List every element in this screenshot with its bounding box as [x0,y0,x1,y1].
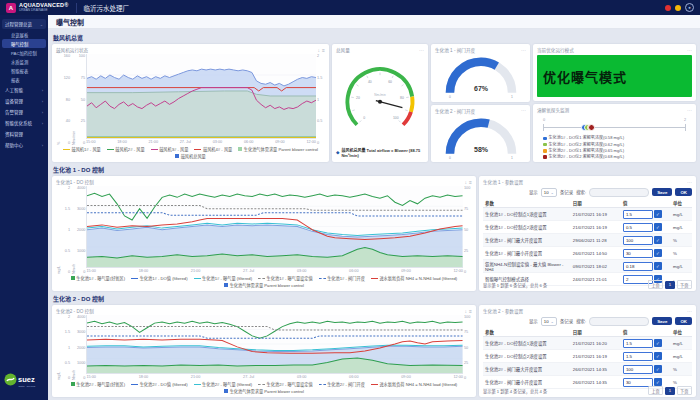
more-icon[interactable]: ⋯ [419,48,424,53]
sidebar-item[interactable]: 过程管理总览⌄ [2,19,46,29]
legend-item[interactable]: 生化池气体需求量 Parent blower control [224,388,304,394]
legend-item[interactable]: 进水氨氮负荷 NH4 = N-NH4 load (filtered) [371,275,457,281]
more-icon[interactable]: ⋯ [521,108,526,113]
legend-swatch [224,283,228,287]
sidebar-subitem[interactable]: 总览展板 [2,30,46,39]
confirm-button[interactable]: ✓ [654,223,662,231]
value-input[interactable]: 0.18 [623,262,653,271]
tick-label: 50 [464,346,471,350]
legend-item[interactable]: 鼓风机3# - 风量 [151,146,189,152]
legend-item[interactable]: 生化池气体需求量 Parent blower control [238,146,318,152]
axis-ticks: 21.510.50 [316,54,325,145]
tick-label: 4000 [77,315,85,319]
legend-item[interactable]: 鼓风机1# - 风量 [63,146,101,152]
sidebar: 过程管理总览⌄总览展板曝气控制PAC加药控制水质监测智能报表报表人工智能›设备管… [0,15,48,400]
confirm-button[interactable]: ✓ [654,249,662,257]
confirm-button[interactable]: ✓ [654,378,662,386]
legend-item[interactable]: 生化池1# - 阀门开度 [319,275,365,281]
tick-label: 1 [62,346,70,350]
tick-label: 25 [77,119,85,123]
value-input[interactable]: 100 [623,365,653,374]
download-icon[interactable]: ↓ [465,180,468,185]
chart-plot [86,315,463,374]
value-input[interactable]: 1.5 [623,210,653,219]
more-icon[interactable]: ⋯ [687,309,692,314]
legend-swatch [71,276,75,280]
sidebar-subitem[interactable]: 智能报表 [2,66,46,75]
tick-label: 75 [464,330,471,334]
search-input[interactable] [589,188,649,197]
save-button[interactable]: Save [652,188,672,196]
value-input[interactable]: 1.5 [623,339,653,348]
more-icon[interactable]: ⋯ [521,48,526,53]
value-input[interactable]: 0.5 [623,223,653,232]
value-input[interactable]: 100 [623,236,653,245]
confirm-button[interactable]: ✓ [654,262,662,270]
confirm-button[interactable]: ✓ [654,210,662,218]
save-button[interactable]: Save [652,317,672,325]
prev-page-button[interactable]: 上页 [648,280,663,289]
sidebar-item[interactable]: 智能优化系统› [2,118,46,128]
confirm-button[interactable]: ✓ [654,352,662,360]
next-page-button[interactable]: 下页 [677,280,692,289]
legend-item[interactable]: 进水氨氮负荷 NH4 = N-NH4 load (filtered) [371,381,457,387]
menu-icon[interactable]: ≡ [469,309,472,314]
legend-item[interactable]: 生化池2# - 曝气量(好氧区) [71,381,125,387]
legend-item[interactable]: 生化池1# - 曝气量 (filtered) [194,275,253,281]
page-number-button[interactable]: 1 [665,281,674,289]
legend-label: 鼓风机4# - 风量 [203,146,232,152]
value-cell: 0.5✓ [623,223,673,232]
warning-badge-icon[interactable] [675,5,681,11]
prev-page-button[interactable]: 上页 [648,386,663,395]
legend-item[interactable]: 生化池2# - DO值 (filtered) [131,381,187,387]
legend-item[interactable]: 生化池1# - 曝气量设定值 [258,275,313,281]
more-icon[interactable]: ⋯ [687,180,692,185]
page-number-button[interactable]: 1 [665,387,674,395]
diamond-icon: ◆ [336,150,339,155]
sidebar-item[interactable]: 告警管理› [2,107,46,117]
page-size-select[interactable]: 10⌄ [541,188,557,197]
legend-item[interactable]: 鼓风机2# - 风量 [107,146,145,152]
confirm-button[interactable]: ✓ [654,339,662,347]
legend-item[interactable]: 生化池气体需求量 Parent blower control [224,282,304,288]
sidebar-subitem[interactable]: PAC加药控制 [2,48,46,57]
search-input[interactable] [589,317,649,326]
legend-item[interactable]: 生化池2# - 曝气量设定值 [258,381,313,387]
user-icon[interactable]: ● [685,3,694,12]
more-icon[interactable]: ⋯ [687,108,692,113]
sidebar-item[interactable]: 帮助中心› [2,140,46,150]
more-icon[interactable]: ⋯ [687,48,692,53]
download-icon[interactable]: ↓ [318,48,321,53]
legend-item[interactable]: 生化池1# - DO值 (filtered) [131,275,187,281]
do-probe-dot[interactable] [588,124,595,131]
legend-item[interactable]: 生化池1# - 曝气量(好氧区) [71,275,125,281]
confirm-button[interactable]: ✓ [654,236,662,244]
legend-item[interactable]: 鼓风机总风量 [175,153,206,159]
sidebar-subitem[interactable]: 报表 [2,75,46,84]
next-page-button[interactable]: 下页 [677,386,692,395]
page-size-select[interactable]: 10⌄ [541,317,557,326]
menu-icon[interactable]: ≡ [469,180,472,185]
legend-item[interactable]: 生化池2# - 曝气量 (filtered) [194,381,253,387]
sidebar-subitem[interactable]: 水质监测 [2,57,46,66]
menu-icon[interactable]: ≡ [322,48,325,53]
tick-label: 50 [77,98,85,102]
date-cell: 09/07/2021 18:02 [573,264,623,269]
tick-label: 25 [464,249,471,253]
tick-label: 25 [464,361,471,365]
legend-item[interactable]: 鼓风机4# - 风量 [194,146,232,152]
legend-item[interactable]: 生化池2# - 阀门开度 [319,381,365,387]
ok-button[interactable]: OK [675,317,692,325]
value-input[interactable]: 1.5 [623,352,653,361]
sidebar-subitem[interactable]: 曝气控制 [2,39,46,48]
download-icon[interactable]: ↓ [465,309,468,314]
ok-button[interactable]: OK [675,188,692,196]
do-slider[interactable]: 0 2 [543,118,686,134]
value-input[interactable]: 30 [623,249,653,258]
alarm-badge-icon[interactable] [665,5,671,11]
sidebar-item[interactable]: 人工智能› [2,85,46,95]
sidebar-item[interactable]: 设备管理› [2,96,46,106]
svg-text:water · beyond: water · beyond [19,385,36,388]
confirm-button[interactable]: ✓ [654,365,662,373]
sidebar-item[interactable]: 资料管理 [2,129,46,139]
